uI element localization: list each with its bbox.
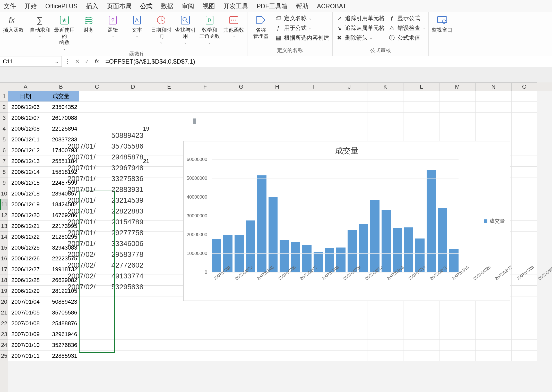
cell-L22[interactable] [403,318,439,329]
cell-E18[interactable] [151,275,187,286]
cell-O21[interactable] [512,307,537,318]
cell-O16[interactable] [512,253,537,264]
cell-H21[interactable] [259,307,295,318]
col-head-O[interactable]: O [512,82,537,91]
cell-A12[interactable]: 2006/12/20 [8,210,43,221]
menu-insert[interactable]: 插入 [85,1,99,11]
cell-H1[interactable] [259,91,295,102]
row-head-15[interactable]: 15 [0,242,8,253]
col-head-M[interactable]: M [439,82,476,91]
cell-A4[interactable]: 2006/12/08 [8,123,43,134]
cell-C2[interactable] [79,102,115,113]
cell-M2[interactable] [439,102,476,113]
cell-E15[interactable] [151,242,187,253]
cell-E17[interactable] [151,264,187,275]
col-head-K[interactable]: K [367,82,403,91]
row-head-24[interactable]: 24 [0,340,8,351]
cell-E3[interactable] [151,113,187,123]
trace-dependents-button[interactable]: ↘追踪从属单元格 [336,24,385,32]
cell-G1[interactable] [223,91,259,102]
cell-E8[interactable] [151,167,187,177]
cell-K24[interactable] [367,340,403,351]
cell-D1[interactable] [115,91,151,102]
cell-F24[interactable] [187,340,223,351]
cell-J24[interactable] [331,340,367,351]
cell-A6[interactable]: 2006/12/12 [8,145,43,156]
cell-H23[interactable] [259,329,295,340]
cell-C25[interactable] [79,351,115,361]
cell-O13[interactable] [512,221,537,232]
cell-A21[interactable]: 2007/01/05 [8,307,43,318]
cell-D3[interactable] [115,113,151,123]
cell-L23[interactable] [403,329,439,340]
cell-H25[interactable] [259,351,295,361]
cell-I22[interactable] [295,318,331,329]
cell-F3[interactable] [187,113,223,123]
cell-A24[interactable]: 2007/01/10 [8,340,43,351]
cell-A15[interactable]: 2006/12/25 [8,242,43,253]
cell-I3[interactable] [295,113,331,123]
col-head-N[interactable]: N [476,82,512,91]
row-head-10[interactable]: 10 [0,188,8,199]
cell-B3[interactable]: 26170088 [43,113,79,123]
cell-E6[interactable] [151,145,187,156]
cell-F4[interactable] [187,123,223,134]
cell-L3[interactable] [403,113,439,123]
cell-N4[interactable] [476,123,512,134]
col-head-A[interactable]: A [8,82,43,91]
cell-K25[interactable] [367,351,403,361]
cell-F21[interactable] [187,307,223,318]
row-head-16[interactable]: 16 [0,253,8,264]
col-head-B[interactable]: B [43,82,79,91]
cell-F23[interactable] [187,329,223,340]
cell-H22[interactable] [259,318,295,329]
cell-E1[interactable] [151,91,187,102]
cell-E22[interactable] [151,318,187,329]
cell-E19[interactable] [151,286,187,296]
cell-L24[interactable] [403,340,439,351]
menu-acrobat[interactable]: ACROBAT [316,2,347,11]
cell-C23[interactable] [79,329,115,340]
cell-F25[interactable] [187,351,223,361]
chart[interactable]: 成交量 010000000200000003000000040000000500… [183,141,510,301]
cell-A9[interactable]: 2006/12/15 [8,177,43,188]
cell-I21[interactable] [295,307,331,318]
cell-M24[interactable] [439,340,476,351]
formula-cancel-button[interactable]: ✕ [74,58,81,65]
logical-button[interactable]: ? 逻辑⌄ [102,14,123,38]
cell-O15[interactable] [512,242,537,253]
cell-N25[interactable] [476,351,512,361]
cell-A2[interactable]: 2006/12/06 [8,102,43,113]
recent-functions-button[interactable]: ★ 最近使用的 函数⌄ [54,14,75,50]
menu-page-layout[interactable]: 页面布局 [106,1,133,11]
menu-view[interactable]: 视图 [202,1,216,11]
col-head-E[interactable]: E [151,82,187,91]
cell-C24[interactable] [79,340,115,351]
cell-J22[interactable] [331,318,367,329]
chevron-down-icon[interactable]: ⌄ [54,58,59,65]
cell-B21[interactable]: 35705586 [43,307,79,318]
cell-H2[interactable] [259,102,295,113]
formula-enter-button[interactable]: ✓ [83,58,91,65]
row-head-21[interactable]: 21 [0,307,8,318]
cell-E5[interactable] [151,134,187,145]
col-head-J[interactable]: J [331,82,367,91]
cell-B20[interactable]: 50889423 [43,296,79,307]
cell-O23[interactable] [512,329,537,340]
use-in-formula-button[interactable]: ƒ用于公式⌄ [275,24,329,32]
cell-N23[interactable] [476,329,512,340]
cell-J23[interactable] [331,329,367,340]
row-head-1[interactable]: 1 [0,91,8,102]
cell-I24[interactable] [295,340,331,351]
cell-O2[interactable] [512,102,537,113]
row-head-3[interactable]: 3 [0,113,8,123]
cell-E20[interactable] [151,296,187,307]
cell-G24[interactable] [223,340,259,351]
text-button[interactable]: A 文本⌄ [127,14,147,38]
row-head-6[interactable]: 6 [0,145,8,156]
cell-A22[interactable]: 2007/01/08 [8,318,43,329]
cell-O12[interactable] [512,210,537,221]
cell-N24[interactable] [476,340,512,351]
menu-officeplus[interactable]: OfficePLUS [44,2,79,11]
cell-A23[interactable]: 2007/01/09 [8,329,43,340]
